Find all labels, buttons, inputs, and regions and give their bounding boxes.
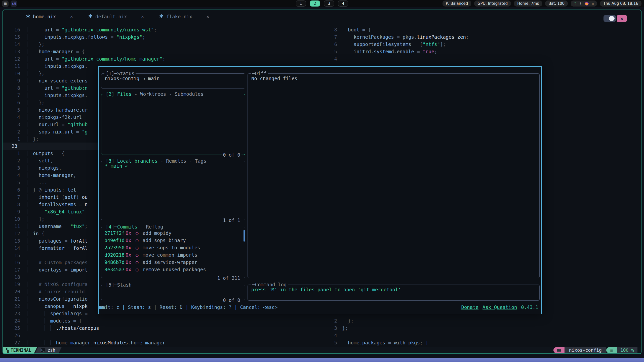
editor-pane-right-bottom[interactable]: 2};3};45home.packages = with pkgs; [ xyxy=(325,317,641,346)
lazygit-status-panel[interactable]: [1]─Status nixos-config → main xyxy=(101,73,245,88)
line-number: 19 xyxy=(3,282,20,287)
lazygit-command-log-panel[interactable]: ─Command log press 'M' in the files pane… xyxy=(248,285,540,301)
shell-tab[interactable]: >_ zsh xyxy=(35,347,62,353)
repo-name: nixos-config xyxy=(565,347,606,353)
commits-count: 1 of 211 xyxy=(216,275,242,281)
status-pill-latency: Home: 7ms xyxy=(514,1,542,7)
lazygit-stash-panel[interactable]: [5]─Stash 0 of 0 xyxy=(101,285,245,300)
commits-scrollbar[interactable] xyxy=(244,230,245,242)
lazygit-keybindings-bar: mmit: c | Stash: s | Reset: D | Keybindi… xyxy=(99,303,538,311)
code-line: 25./hosts/canopus xyxy=(3,324,323,332)
line-number: 24 xyxy=(3,318,20,324)
nix-snowflake-icon xyxy=(88,14,93,20)
code-line: 27home-manager.nixosModules.home-manager xyxy=(3,339,323,346)
tab-close-icon[interactable]: × xyxy=(206,14,209,19)
workspace-button-3[interactable]: 3 xyxy=(324,1,334,7)
lazygit-files-panel[interactable]: [2]─Files - Worktrees - Submodules 0 of … xyxy=(101,94,245,155)
line-number: 5 xyxy=(325,49,337,54)
line-number: 14 xyxy=(3,41,20,47)
line-number: 8 xyxy=(3,202,20,207)
bluetooth-icon[interactable]: ᛒ xyxy=(580,2,582,5)
nix-snowflake-icon xyxy=(26,14,30,20)
line-number: 15 xyxy=(3,34,20,40)
diff-message: No changed files xyxy=(248,74,539,81)
line-number: 16 xyxy=(3,260,20,265)
window-close-button[interactable]: × xyxy=(617,15,627,22)
line-number: 10 xyxy=(3,71,20,76)
workspace-button-1[interactable]: 1 xyxy=(296,1,306,7)
code-line: 4 xyxy=(325,332,641,339)
line-number: 1 xyxy=(3,136,20,142)
line-number: 8 xyxy=(325,27,337,32)
line-number: 17 xyxy=(3,267,20,273)
line-number: 3 xyxy=(3,122,20,127)
status-pill-gpu: GPU: Integrated xyxy=(474,1,511,7)
code-line: 4 xyxy=(325,55,641,63)
mode-label: TERMINAL xyxy=(11,348,31,353)
lazygit-diff-panel[interactable]: ─Diff No changed files xyxy=(248,73,540,278)
line-number: 14 xyxy=(3,245,20,251)
workspace-button-2[interactable]: 2 xyxy=(310,1,320,7)
folder-icon xyxy=(553,347,565,353)
tab-flake.nix[interactable]: flake.nix× xyxy=(151,14,217,20)
line-number: 21 xyxy=(3,296,20,302)
vpn-icon[interactable] xyxy=(585,2,589,6)
window-toggle-switch[interactable] xyxy=(603,15,616,22)
line-number: 27 xyxy=(3,340,20,345)
commit-row[interactable]: b49ef1d0x○add sops binary xyxy=(101,237,245,244)
line-number: 16 xyxy=(3,27,20,32)
workspace-button-4[interactable]: 4 xyxy=(338,1,348,7)
network-icon[interactable]: ᛉ xyxy=(574,2,576,5)
line-number: 4 xyxy=(325,56,337,62)
line-number: 18 xyxy=(3,274,20,280)
code-line: 5home.packages = with pkgs; [ xyxy=(325,339,641,346)
branches-count: 1 of 1 xyxy=(222,217,242,223)
commit-row[interactable]: 2a239500x○move sops to modules xyxy=(101,244,245,251)
editor-pane-right-top[interactable]: 8boot = {7kernelPackages = pkgs.linuxPac… xyxy=(325,26,641,63)
lazygit-branches-panel[interactable]: [3]─Local branches - Remotes - Tags * ma… xyxy=(101,161,245,220)
code-line: 5initrd.systemd.enable = true; xyxy=(325,48,641,55)
tab-default.nix[interactable]: default.nix× xyxy=(80,14,151,20)
commit-row[interactable]: d9202180x○move common imports xyxy=(101,251,245,259)
line-number: 5 xyxy=(325,340,337,345)
tab-close-icon[interactable]: × xyxy=(141,14,144,19)
line-number: 2 xyxy=(3,158,20,163)
line-number: 22 xyxy=(3,303,20,309)
commit-row[interactable]: 9486b7d0x○add service-wrapper xyxy=(101,259,245,266)
lazygit-commits-panel[interactable]: [4]─Commits - Reflog 2717f2f0x○add mopid… xyxy=(101,227,245,278)
tab-label: flake.nix xyxy=(166,14,192,19)
lazygit-version: 0.43.1 xyxy=(521,304,538,310)
code-line: 24modules = [ xyxy=(3,317,323,325)
scroll-percent: 100 % xyxy=(617,347,637,353)
command-log-message: press 'M' in the files panel to open 'gi… xyxy=(248,285,539,292)
line-number: 4 xyxy=(325,333,337,338)
tab-home.nix[interactable]: home.nix× xyxy=(18,14,80,20)
ask-question-link[interactable]: Ask Question xyxy=(482,304,517,310)
desktop-edge-strip xyxy=(0,358,644,362)
phone-icon[interactable]: ▯ xyxy=(592,2,594,5)
code-line: 26 xyxy=(3,332,323,339)
nix-snowflake-icon xyxy=(159,14,164,20)
line-number: 6 xyxy=(325,41,337,47)
tab-label: home.nix xyxy=(33,14,56,19)
shell-label: zsh xyxy=(48,348,55,353)
toggle-knob xyxy=(609,16,615,21)
line-number: 3 xyxy=(3,165,20,171)
code-line: 7kernelPackages = pkgs.linuxPackages_zen… xyxy=(325,33,641,41)
line-number: 20 xyxy=(3,289,20,294)
line-number: 7 xyxy=(3,194,20,200)
line-number: 2 xyxy=(325,318,337,324)
files-count: 0 of 0 xyxy=(222,152,242,158)
clock: Thu Aug 08, 18:16 xyxy=(600,1,641,7)
donate-link[interactable]: Donate xyxy=(461,304,478,310)
line-number: 7 xyxy=(3,93,20,98)
tab-close-icon[interactable]: × xyxy=(70,14,73,19)
commit-row[interactable]: 8e345a70x○remove unused packages xyxy=(101,266,245,273)
commit-row[interactable]: 2717f2f0x○add mopidy xyxy=(101,230,245,237)
line-number: 9 xyxy=(3,209,20,214)
line-number: 13 xyxy=(3,238,20,244)
line-number: 25 xyxy=(3,325,20,331)
lazygit-floating-pane: [1]─Status nixos-config → main [2]─Files… xyxy=(98,66,542,314)
line-number: 13 xyxy=(3,49,20,54)
desktop: ▦$N 1234 P: BalancedGPU: IntegratedHome:… xyxy=(0,0,644,362)
